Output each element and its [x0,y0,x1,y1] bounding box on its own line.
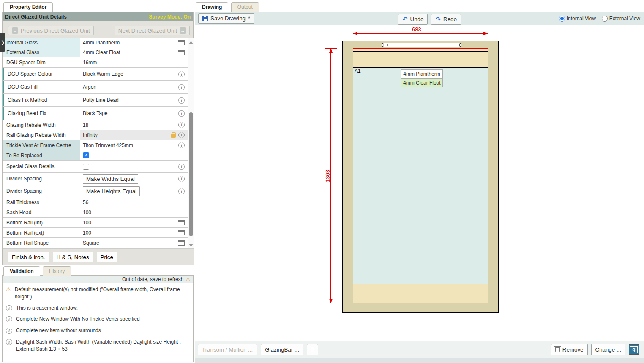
info-icon[interactable]: i [178,110,185,117]
glass-tool-button[interactable]: g [629,344,639,355]
transom-mullion-button[interactable]: Transom / Mullion ... [198,344,257,355]
top-rail[interactable] [353,52,488,67]
tab-history[interactable]: History [43,266,71,276]
property-label: Special Glass Details [3,161,80,172]
property-row[interactable]: Internal Glass 4mm Planitherm [3,38,188,47]
scroll-up-icon[interactable] [189,41,193,44]
validation-message: i This is a casement window. [3,302,193,313]
open-dialog-icon[interactable] [178,40,185,45]
glazingbar-button[interactable]: GlazingBar ... [261,344,303,355]
property-value[interactable]: Black Tape [83,110,107,116]
scrollbar-thumb[interactable] [189,112,193,236]
redo-button[interactable]: ↷ Redo [431,14,461,25]
make-heights-equal-button[interactable]: Make Heights Equal [83,186,140,196]
scroll-down-icon[interactable] [189,244,193,247]
price-button[interactable]: Price [97,252,117,262]
property-value[interactable]: 100 [83,220,91,226]
property-row[interactable]: DGU Gas Fill Argon i [3,81,188,94]
panel-collapse-toggle[interactable]: ❯ [0,33,5,52]
hs-notes-button[interactable]: H & S, Notes [53,252,93,262]
internal-view-radio[interactable]: Internal View [559,16,596,22]
next-unit-button[interactable]: Next Direct Glazed Unit → [115,26,190,35]
tab-property-editor[interactable]: Property Editor [3,2,53,12]
make-widths-equal-button[interactable]: Make Widths Equal [83,174,138,184]
glass-pane[interactable]: A1 4mm Planitherm 4mm Clear Float [353,68,488,284]
property-row[interactable]: Bottom Rail (int) 100 [3,218,188,228]
tab-drawing[interactable]: Drawing [196,2,228,12]
property-row[interactable]: To Be Replaced [3,150,188,161]
property-row[interactable]: Glazing Bead Fix Black Tape i [3,107,188,120]
property-row[interactable]: Sash Head 100 [3,207,188,218]
property-value[interactable]: Argon [83,84,96,90]
property-row[interactable]: Special Glass Details i [3,161,188,173]
info-icon[interactable]: i [178,176,185,182]
previous-unit-button[interactable]: ← Previous Direct Glazed Unit [8,26,94,35]
open-dialog-icon[interactable] [178,240,185,246]
validation-message-text: Complete new item without surrounds [16,327,189,334]
info-icon[interactable]: i [178,188,185,194]
vent-slider [387,44,398,46]
survey-mode-badge: Survey Mode: On [149,14,191,20]
finish-iron-button[interactable]: Finish & Iron. [8,252,49,262]
drawing-panel: Drawing Output Save Drawing * ↶ Undo ↷ R… [195,0,644,363]
swatch-button[interactable] [307,344,318,355]
property-row[interactable]: Divider Spacing Make Heights Equal i [3,185,188,197]
property-value[interactable]: 56 [83,199,88,205]
selected-glazed-unit[interactable]: A1 4mm Planitherm 4mm Clear Float [353,48,488,303]
info-icon[interactable]: i [178,71,185,77]
info-icon[interactable]: i [178,132,185,138]
property-row[interactable]: External Glass 4mm Clear Float [3,47,188,57]
to-be-replaced-checkbox[interactable] [83,152,89,158]
property-value[interactable]: 100 [83,210,91,216]
property-value[interactable]: 4mm Clear Float [83,49,120,55]
save-drawing-button[interactable]: Save Drawing * [198,13,254,24]
property-grid-scrollbar[interactable] [188,38,194,248]
info-icon[interactable]: i [178,122,185,128]
property-row[interactable]: Rail Thickness 56 [3,197,188,207]
info-icon[interactable]: i [178,142,185,148]
window-frame[interactable]: A1 4mm Planitherm 4mm Clear Float [342,41,499,313]
property-row[interactable]: DGU Spacer Dim 16mm [3,57,188,68]
property-row[interactable]: Glass Fix Method Putty Line Bead i [3,94,188,107]
external-view-radio[interactable]: External View [602,16,640,22]
previous-unit-label: Previous Direct Glazed Unit [21,27,90,34]
info-icon[interactable]: i [178,164,185,170]
validation-message-text: This is a casement window. [16,305,189,312]
property-row[interactable]: Bottom Rail (ext) 100 [3,228,188,238]
property-row[interactable]: DGU Spacer Colour Black Warm Edge i [3,68,188,81]
remove-button[interactable]: Remove [551,344,588,355]
change-button[interactable]: Change ... [591,344,626,355]
bottom-rail[interactable] [353,284,488,300]
glass-tool-label: g [630,346,637,353]
property-value[interactable]: 4mm Planitherm [83,40,120,46]
info-icon[interactable]: i [178,97,185,104]
open-dialog-icon[interactable] [178,230,185,235]
tab-output[interactable]: Output [231,2,259,12]
property-row[interactable]: Divider Spacing Make Widths Equal i [3,173,188,185]
property-row[interactable]: Rail Glazing Rebate Width Infinity i [3,130,188,140]
undo-button[interactable]: ↶ Undo [398,14,428,25]
property-editor-box: Direct Glazed Unit Details Survey Mode: … [2,12,194,265]
property-row[interactable]: Trickle Vent At Frame Centre Titon Trimv… [3,140,188,150]
open-dialog-icon[interactable] [178,220,185,225]
trickle-vent[interactable] [382,43,461,47]
height-dimension-line [330,48,331,303]
property-value[interactable]: Titon Trimvent 425mm [83,142,133,148]
property-row[interactable]: Bottom Rail Shape Square [3,238,188,248]
property-value[interactable]: 16mm [83,60,97,66]
property-value[interactable]: 18 [83,122,88,128]
info-icon[interactable]: i [178,84,185,90]
validation-message: i Complete new item without surrounds [3,324,193,336]
property-label: To Be Replaced [3,150,80,160]
property-value[interactable]: Putty Line Bead [83,97,119,103]
property-label: Rail Glazing Rebate Width [3,130,80,140]
property-value[interactable]: Black Warm Edge [83,71,123,77]
lock-icon [171,134,176,138]
tab-validation[interactable]: Validation [3,266,40,276]
property-row[interactable]: Glazing Rebate Width 18 i [3,120,188,130]
special-glass-checkbox[interactable] [83,164,89,170]
open-dialog-icon[interactable] [178,50,185,55]
property-value[interactable]: 100 [83,230,91,236]
property-value[interactable]: Square [83,240,99,246]
drawing-canvas[interactable]: 683 1303 A1 4mm [195,25,644,341]
